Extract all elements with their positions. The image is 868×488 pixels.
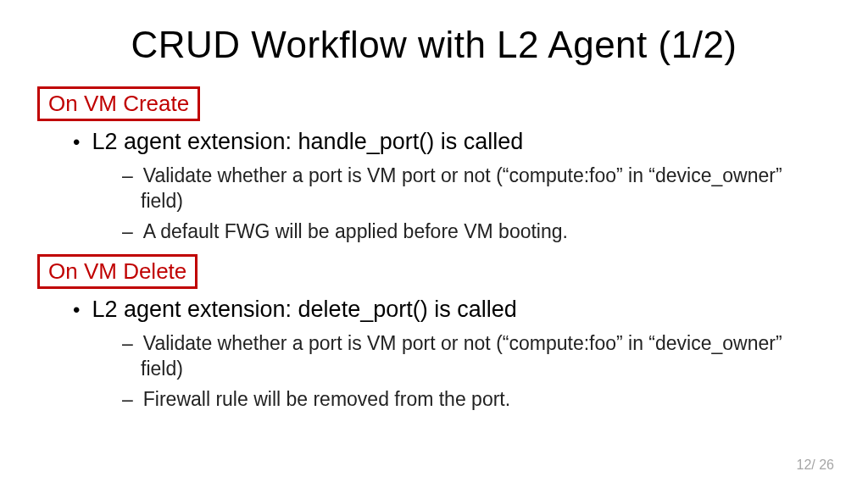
page-total: 26: [819, 458, 834, 472]
bullet-level2: Firewall rule will be removed from the p…: [141, 387, 827, 413]
bullet-level2: Validate whether a port is VM port or no…: [141, 164, 827, 214]
section-label-delete: On VM Delete: [37, 254, 198, 289]
bullet-level1: L2 agent extension: delete_port() is cal…: [92, 296, 827, 324]
slide-body: CRUD Workflow with L2 Agent (1/2) On VM …: [0, 0, 868, 435]
bullet-level1: L2 agent extension: handle_port() is cal…: [92, 128, 827, 157]
section-on-vm-delete: On VM Delete L2 agent extension: delete_…: [41, 249, 827, 412]
page-current: 12: [797, 458, 812, 472]
bullet-level2: A default FWG will be applied before VM …: [141, 219, 827, 245]
page-number: 12/ 26: [797, 458, 835, 473]
bullet-level2: Validate whether a port is VM port or no…: [141, 331, 827, 382]
section-label-create: On VM Create: [37, 86, 200, 121]
section-on-vm-create: On VM Create L2 agent extension: handle_…: [41, 81, 827, 244]
slide-title: CRUD Workflow with L2 Agent (1/2): [41, 24, 827, 66]
page-sep: /: [811, 458, 815, 472]
